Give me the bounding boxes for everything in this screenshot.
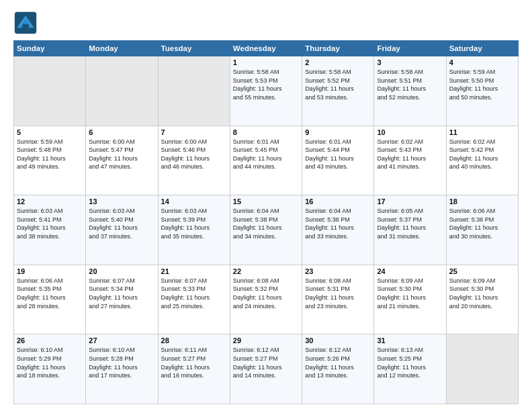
- calendar-cell: 23Sunrise: 6:08 AM Sunset: 5:31 PM Dayli…: [302, 265, 374, 334]
- day-number: 28: [161, 336, 227, 345]
- calendar-cell: 1Sunrise: 5:58 AM Sunset: 5:53 PM Daylig…: [230, 56, 302, 126]
- day-info: Sunrise: 6:03 AM Sunset: 5:41 PM Dayligh…: [17, 207, 83, 240]
- day-info: Sunrise: 5:58 AM Sunset: 5:53 PM Dayligh…: [233, 68, 299, 101]
- day-info: Sunrise: 6:02 AM Sunset: 5:42 PM Dayligh…: [449, 138, 515, 171]
- calendar-header-monday: Monday: [86, 41, 158, 56]
- day-number: 25: [449, 267, 515, 275]
- day-number: 6: [89, 128, 154, 136]
- calendar-cell: 24Sunrise: 6:09 AM Sunset: 5:30 PM Dayli…: [374, 265, 446, 334]
- day-info: Sunrise: 6:04 AM Sunset: 5:38 PM Dayligh…: [233, 207, 299, 240]
- day-number: 3: [377, 58, 443, 66]
- svg-rect-3: [23, 24, 29, 29]
- day-number: 13: [89, 197, 154, 205]
- calendar-week-1: 5Sunrise: 5:59 AM Sunset: 5:48 PM Daylig…: [14, 126, 519, 195]
- calendar-cell: 19Sunrise: 6:06 AM Sunset: 5:35 PM Dayli…: [14, 265, 86, 334]
- calendar-cell: 30Sunrise: 6:12 AM Sunset: 5:26 PM Dayli…: [302, 334, 374, 404]
- day-number: 21: [161, 267, 227, 275]
- day-info: Sunrise: 5:58 AM Sunset: 5:52 PM Dayligh…: [305, 68, 371, 101]
- calendar-cell: 20Sunrise: 6:07 AM Sunset: 5:34 PM Dayli…: [86, 265, 158, 334]
- calendar-cell: 13Sunrise: 6:03 AM Sunset: 5:40 PM Dayli…: [86, 195, 158, 265]
- day-info: Sunrise: 6:06 AM Sunset: 5:35 PM Dayligh…: [17, 277, 83, 310]
- day-info: Sunrise: 6:07 AM Sunset: 5:34 PM Dayligh…: [89, 277, 154, 310]
- day-number: 27: [89, 336, 154, 345]
- calendar-cell: 26Sunrise: 6:10 AM Sunset: 5:29 PM Dayli…: [14, 334, 86, 404]
- day-info: Sunrise: 6:08 AM Sunset: 5:32 PM Dayligh…: [233, 277, 299, 310]
- day-number: 23: [305, 267, 371, 275]
- day-number: 12: [17, 197, 83, 205]
- calendar-week-0: 1Sunrise: 5:58 AM Sunset: 5:53 PM Daylig…: [14, 56, 519, 126]
- day-number: 18: [449, 197, 515, 205]
- calendar-week-3: 19Sunrise: 6:06 AM Sunset: 5:35 PM Dayli…: [14, 265, 519, 334]
- day-number: 16: [305, 197, 371, 205]
- day-info: Sunrise: 6:13 AM Sunset: 5:25 PM Dayligh…: [377, 346, 443, 379]
- calendar-cell: 10Sunrise: 6:02 AM Sunset: 5:43 PM Dayli…: [374, 126, 446, 195]
- day-info: Sunrise: 6:09 AM Sunset: 5:30 PM Dayligh…: [449, 277, 515, 310]
- calendar-header-wednesday: Wednesday: [230, 41, 302, 56]
- day-number: 7: [161, 128, 227, 136]
- page: SundayMondayTuesdayWednesdayThursdayFrid…: [0, 0, 532, 411]
- calendar-cell: 16Sunrise: 6:04 AM Sunset: 5:38 PM Dayli…: [302, 195, 374, 265]
- calendar-cell: 28Sunrise: 6:11 AM Sunset: 5:27 PM Dayli…: [158, 334, 230, 404]
- calendar-cell: 2Sunrise: 5:58 AM Sunset: 5:52 PM Daylig…: [302, 56, 374, 126]
- day-info: Sunrise: 6:00 AM Sunset: 5:47 PM Dayligh…: [89, 138, 154, 171]
- calendar-header-saturday: Saturday: [446, 41, 518, 56]
- day-number: 20: [89, 267, 154, 275]
- calendar: SundayMondayTuesdayWednesdayThursdayFrid…: [13, 40, 519, 404]
- calendar-cell: 7Sunrise: 6:00 AM Sunset: 5:46 PM Daylig…: [158, 126, 230, 195]
- day-info: Sunrise: 6:10 AM Sunset: 5:28 PM Dayligh…: [89, 346, 154, 379]
- calendar-cell: 6Sunrise: 6:00 AM Sunset: 5:47 PM Daylig…: [86, 126, 158, 195]
- day-number: 11: [449, 128, 515, 136]
- calendar-header-sunday: Sunday: [14, 41, 86, 56]
- day-info: Sunrise: 6:11 AM Sunset: 5:27 PM Dayligh…: [161, 346, 227, 379]
- day-number: 9: [305, 128, 371, 136]
- day-info: Sunrise: 6:03 AM Sunset: 5:40 PM Dayligh…: [89, 207, 154, 240]
- day-info: Sunrise: 6:02 AM Sunset: 5:43 PM Dayligh…: [377, 138, 443, 171]
- calendar-cell: 11Sunrise: 6:02 AM Sunset: 5:42 PM Dayli…: [446, 126, 518, 195]
- day-number: 26: [17, 336, 83, 345]
- day-info: Sunrise: 5:58 AM Sunset: 5:51 PM Dayligh…: [377, 68, 443, 101]
- calendar-cell: [86, 56, 158, 126]
- calendar-header-thursday: Thursday: [302, 41, 374, 56]
- logo: [13, 11, 40, 35]
- day-info: Sunrise: 6:12 AM Sunset: 5:26 PM Dayligh…: [305, 346, 371, 379]
- day-number: 30: [305, 336, 371, 345]
- calendar-cell: 22Sunrise: 6:08 AM Sunset: 5:32 PM Dayli…: [230, 265, 302, 334]
- day-number: 19: [17, 267, 83, 275]
- day-info: Sunrise: 6:09 AM Sunset: 5:30 PM Dayligh…: [377, 277, 443, 310]
- day-number: 2: [305, 58, 371, 66]
- day-info: Sunrise: 6:06 AM Sunset: 5:36 PM Dayligh…: [449, 207, 515, 240]
- day-number: 1: [233, 58, 299, 66]
- day-number: 8: [233, 128, 299, 136]
- day-info: Sunrise: 6:08 AM Sunset: 5:31 PM Dayligh…: [305, 277, 371, 310]
- calendar-cell: 31Sunrise: 6:13 AM Sunset: 5:25 PM Dayli…: [374, 334, 446, 404]
- day-info: Sunrise: 6:00 AM Sunset: 5:46 PM Dayligh…: [161, 138, 227, 171]
- calendar-cell: 4Sunrise: 5:59 AM Sunset: 5:50 PM Daylig…: [446, 56, 518, 126]
- day-info: Sunrise: 6:04 AM Sunset: 5:38 PM Dayligh…: [305, 207, 371, 240]
- day-info: Sunrise: 5:59 AM Sunset: 5:50 PM Dayligh…: [449, 68, 515, 101]
- calendar-cell: 25Sunrise: 6:09 AM Sunset: 5:30 PM Dayli…: [446, 265, 518, 334]
- day-number: 24: [377, 267, 443, 275]
- day-info: Sunrise: 6:07 AM Sunset: 5:33 PM Dayligh…: [161, 277, 227, 310]
- day-number: 10: [377, 128, 443, 136]
- day-number: 4: [449, 58, 515, 66]
- calendar-header-tuesday: Tuesday: [158, 41, 230, 56]
- day-number: 5: [17, 128, 83, 136]
- calendar-cell: 8Sunrise: 6:01 AM Sunset: 5:45 PM Daylig…: [230, 126, 302, 195]
- logo-icon: [13, 11, 38, 35]
- day-info: Sunrise: 5:59 AM Sunset: 5:48 PM Dayligh…: [17, 138, 83, 171]
- calendar-cell: [14, 56, 86, 126]
- header: [13, 11, 519, 35]
- calendar-cell: [158, 56, 230, 126]
- day-number: 15: [233, 197, 299, 205]
- calendar-header-row: SundayMondayTuesdayWednesdayThursdayFrid…: [14, 41, 519, 56]
- calendar-cell: 27Sunrise: 6:10 AM Sunset: 5:28 PM Dayli…: [86, 334, 158, 404]
- calendar-cell: 29Sunrise: 6:12 AM Sunset: 5:27 PM Dayli…: [230, 334, 302, 404]
- day-info: Sunrise: 6:03 AM Sunset: 5:39 PM Dayligh…: [161, 207, 227, 240]
- calendar-cell: 14Sunrise: 6:03 AM Sunset: 5:39 PM Dayli…: [158, 195, 230, 265]
- calendar-cell: 18Sunrise: 6:06 AM Sunset: 5:36 PM Dayli…: [446, 195, 518, 265]
- calendar-cell: 15Sunrise: 6:04 AM Sunset: 5:38 PM Dayli…: [230, 195, 302, 265]
- calendar-week-2: 12Sunrise: 6:03 AM Sunset: 5:41 PM Dayli…: [14, 195, 519, 265]
- calendar-week-4: 26Sunrise: 6:10 AM Sunset: 5:29 PM Dayli…: [14, 334, 519, 404]
- day-info: Sunrise: 6:05 AM Sunset: 5:37 PM Dayligh…: [377, 207, 443, 240]
- calendar-cell: 5Sunrise: 5:59 AM Sunset: 5:48 PM Daylig…: [14, 126, 86, 195]
